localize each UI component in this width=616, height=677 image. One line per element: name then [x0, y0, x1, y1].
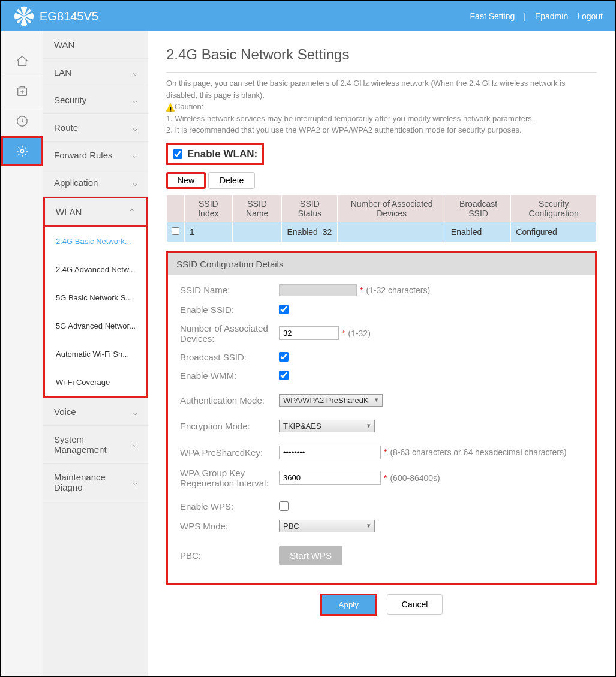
- apply-button[interactable]: Apply: [320, 594, 377, 616]
- nav-application[interactable]: Application⌵: [43, 169, 148, 197]
- user-link[interactable]: Epadmin: [535, 11, 568, 21]
- enc-label: Encryption Mode:: [180, 421, 279, 431]
- bottom-buttons: Apply Cancel: [166, 594, 597, 616]
- new-button[interactable]: New: [166, 172, 206, 189]
- ssid-config-box: SSID Configuration Details SSID Name: * …: [166, 251, 597, 585]
- sub-5g-basic[interactable]: 5G Basic Network S...: [45, 284, 146, 312]
- chevron-down-icon: ⌵: [133, 477, 137, 487]
- nav-system[interactable]: System Management⌵: [43, 426, 148, 464]
- plus-box-icon[interactable]: [1, 76, 43, 106]
- enable-wlan-label: Enable WLAN:: [187, 148, 257, 160]
- group-label: WPA Group Key Regeneration Interval:: [180, 468, 279, 488]
- nav-wan[interactable]: WAN: [43, 31, 148, 59]
- th-devices: Number of Associated Devices: [338, 195, 446, 222]
- wmm-checkbox[interactable]: [279, 371, 289, 380]
- chevron-down-icon: ⌵: [133, 407, 137, 417]
- chevron-down-icon: ⌵: [133, 151, 137, 160]
- nav-lan[interactable]: LAN⌵: [43, 59, 148, 86]
- ssid-table: SSID Index SSID Name SSID Status Number …: [166, 195, 597, 242]
- gear-icon[interactable]: [1, 136, 43, 166]
- table-row[interactable]: 1 Enabled 32 Enabled Configured: [167, 222, 597, 242]
- wps-label: Enable WPS:: [180, 501, 279, 511]
- group-input[interactable]: [279, 471, 381, 485]
- huawei-logo-icon: [13, 5, 35, 27]
- cell-security: Configured: [511, 222, 597, 242]
- nav-sidebar: WAN LAN⌵ Security⌵ Route⌵ Forward Rules⌵…: [43, 31, 148, 676]
- start-wps-button[interactable]: Start WPS: [279, 546, 342, 565]
- chevron-down-icon: ⌵: [133, 68, 137, 77]
- cell-broadcast: Enabled: [446, 222, 510, 242]
- nav-forward[interactable]: Forward Rules⌵: [43, 142, 148, 169]
- header-links: Fast Setting | Epadmin Logout: [470, 11, 603, 21]
- wmm-label: Enable WMM:: [180, 371, 279, 381]
- chevron-up-icon: ⌃: [128, 207, 136, 217]
- sub-24g-advanced[interactable]: 2.4G Advanced Netw...: [45, 255, 146, 284]
- nav-wlan[interactable]: WLAN⌃: [43, 197, 148, 227]
- wps-mode-select[interactable]: PBC: [279, 520, 375, 532]
- page-description: On this page, you can set the basic para…: [166, 72, 597, 136]
- sub-5g-advanced[interactable]: 5G Advanced Networ...: [45, 312, 146, 340]
- main-content: 2.4G Basic Network Settings On this page…: [148, 31, 615, 676]
- th-name: SSID Name: [232, 195, 282, 222]
- broadcast-checkbox[interactable]: [279, 352, 289, 362]
- enc-select[interactable]: TKIP&AES: [279, 420, 375, 432]
- config-header: SSID Configuration Details: [168, 253, 595, 275]
- chevron-down-icon: ⌵: [133, 178, 137, 188]
- enable-wlan-checkbox[interactable]: [173, 149, 182, 159]
- auth-label: Authentication Mode:: [180, 395, 279, 405]
- row-checkbox[interactable]: [172, 227, 179, 235]
- divider: |: [524, 11, 526, 21]
- logo: EG8145V5: [13, 5, 98, 27]
- th-status: SSID Status: [282, 195, 338, 222]
- nav-security[interactable]: Security⌵: [43, 86, 148, 114]
- psk-input[interactable]: [279, 446, 381, 459]
- table-header: SSID Index SSID Name SSID Status Number …: [167, 195, 597, 222]
- ssid-name-input[interactable]: [279, 284, 357, 296]
- icon-sidebar: [1, 31, 43, 676]
- chevron-down-icon: ⌵: [133, 440, 137, 449]
- model-name: EG8145V5: [40, 10, 98, 23]
- th-index: SSID Index: [185, 195, 233, 222]
- th-broadcast: Broadcast SSID: [446, 195, 510, 222]
- psk-label: WPA PreSharedKey:: [180, 447, 279, 458]
- th-security: Security Configuration: [511, 195, 597, 222]
- delete-button[interactable]: Delete: [208, 172, 255, 189]
- header-bar: EG8145V5 Fast Setting | Epadmin Logout: [1, 1, 615, 31]
- cancel-button[interactable]: Cancel: [387, 594, 443, 615]
- page-title: 2.4G Basic Network Settings: [166, 46, 597, 63]
- home-icon[interactable]: [1, 46, 43, 76]
- nav-route[interactable]: Route⌵: [43, 114, 148, 142]
- wps-mode-label: WPS Mode:: [180, 521, 279, 531]
- pbc-label: PBC:: [180, 550, 279, 561]
- chevron-down-icon: ⌵: [133, 95, 137, 105]
- sub-wifi-coverage[interactable]: Wi-Fi Coverage: [45, 368, 146, 396]
- cell-index: 1: [185, 222, 233, 242]
- auth-select[interactable]: WPA/WPA2 PreSharedK: [279, 394, 383, 407]
- sub-auto-wifi[interactable]: Automatic Wi-Fi Sh...: [45, 340, 146, 368]
- cell-status: Enabled 32: [282, 222, 338, 242]
- caution-icon: [166, 103, 175, 112]
- wps-checkbox[interactable]: [279, 501, 289, 511]
- clock-icon[interactable]: [1, 106, 43, 136]
- chevron-down-icon: ⌵: [133, 123, 137, 133]
- sub-24g-basic[interactable]: 2.4G Basic Network...: [45, 227, 146, 255]
- nav-maintenance[interactable]: Maintenance Diagno⌵: [43, 464, 148, 501]
- enable-ssid-label: Enable SSID:: [180, 305, 279, 315]
- nav-voice[interactable]: Voice⌵: [43, 398, 148, 426]
- num-devices-label: Number of Associated Devices:: [180, 323, 279, 344]
- fast-setting-link[interactable]: Fast Setting: [470, 11, 515, 21]
- icon-spacer: [1, 31, 43, 46]
- button-row: New Delete: [166, 172, 597, 189]
- num-devices-input[interactable]: [279, 326, 339, 340]
- wlan-subitems: 2.4G Basic Network... 2.4G Advanced Netw…: [43, 227, 148, 398]
- enable-wlan-box: Enable WLAN:: [166, 143, 264, 165]
- cell-name: [232, 222, 282, 242]
- enable-ssid-checkbox[interactable]: [279, 305, 289, 314]
- svg-point-2: [20, 149, 24, 153]
- cell-dev: [338, 222, 446, 242]
- logout-link[interactable]: Logout: [577, 11, 603, 21]
- ssid-name-label: SSID Name:: [180, 285, 279, 295]
- broadcast-label: Broadcast SSID:: [180, 352, 279, 362]
